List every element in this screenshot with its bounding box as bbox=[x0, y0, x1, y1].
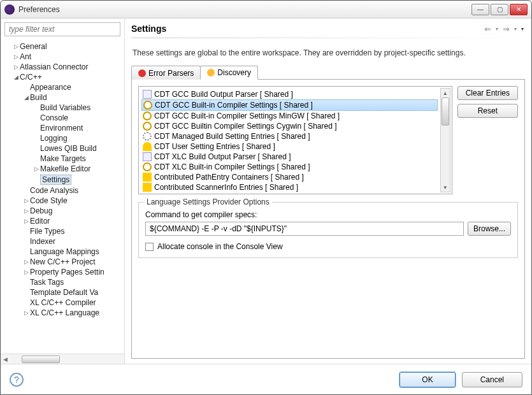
tree-item[interactable]: ▷Editor bbox=[1, 216, 124, 226]
provider-label: CDT GCC Built-in Compiler Settings MinGW… bbox=[154, 111, 340, 120]
tree-item[interactable]: Indexer bbox=[1, 236, 124, 247]
provider-label: CDT Managed Build Setting Entries [ Shar… bbox=[154, 132, 310, 141]
provider-item[interactable]: CDT GCC Built-in Compiler Settings [ Sha… bbox=[141, 99, 438, 111]
allocate-console-checkbox[interactable] bbox=[145, 243, 154, 251]
tree-item-label: Property Pages Settin bbox=[30, 268, 104, 276]
tree-item-label: Ant bbox=[20, 52, 31, 61]
tree-item-label: Appearance bbox=[30, 83, 71, 92]
tree-item[interactable]: ▷Makefile Editor bbox=[1, 164, 124, 174]
tree-item[interactable]: XL C/C++ Compiler bbox=[1, 298, 124, 308]
maximize-button[interactable]: ▢ bbox=[491, 4, 508, 15]
content-header: Settings ⇐▾ ⇒▾ ▾ bbox=[131, 24, 525, 34]
command-label: Command to get compiler specs: bbox=[145, 210, 511, 219]
tree-item[interactable]: Task Tags bbox=[1, 277, 124, 287]
tree-item-label: XL C/C++ Compiler bbox=[30, 298, 96, 307]
tree-item[interactable]: Environment bbox=[1, 123, 124, 133]
sidebar-h-scrollbar[interactable]: ◀ bbox=[1, 354, 124, 364]
tab-error-parsers[interactable]: Error Parsers bbox=[131, 66, 201, 80]
provider-item[interactable]: CDT XLC Build Output Parser [ Shared ] bbox=[141, 152, 438, 162]
clear-entries-button[interactable]: Clear Entries bbox=[457, 86, 518, 100]
dialog-footer: ? OK Cancel bbox=[1, 364, 531, 394]
sidebar: ▷General▷Ant▷Atlassian Connector◢C/C++Ap… bbox=[1, 18, 125, 364]
tree-item[interactable]: Appearance bbox=[1, 82, 124, 92]
discovery-tab-body: CDT GCC Build Output Parser [ Shared ]CD… bbox=[131, 80, 525, 359]
provider-item[interactable]: CDT GCC Builtin Compiler Settings Cygwin… bbox=[141, 121, 438, 131]
close-button[interactable]: ✕ bbox=[510, 4, 528, 15]
tree-item[interactable]: ▷Property Pages Settin bbox=[1, 267, 124, 277]
tree-item[interactable]: Console bbox=[1, 113, 124, 123]
window-buttons: — ▢ ✕ bbox=[471, 4, 528, 15]
chevron-down-icon[interactable]: ▾ bbox=[513, 26, 518, 32]
provider-item[interactable]: CDT XLC Built-in Compiler Settings [ Sha… bbox=[141, 162, 438, 172]
provider-item[interactable]: CDT GCC Build Output Parser [ Shared ] bbox=[141, 89, 438, 99]
tree-arrow-icon: ▷ bbox=[22, 310, 30, 316]
tree-item[interactable]: Make Targets bbox=[1, 154, 124, 164]
minimize-button[interactable]: — bbox=[471, 4, 489, 15]
allocate-console-label: Allocate console in the Console View bbox=[157, 242, 283, 251]
cancel-button[interactable]: Cancel bbox=[462, 372, 522, 387]
tree-item-label: Code Style bbox=[30, 196, 68, 205]
page-title: Settings bbox=[131, 24, 483, 34]
command-input[interactable] bbox=[145, 222, 464, 236]
provider-item[interactable]: CDT Managed Build Setting Entries [ Shar… bbox=[141, 131, 438, 141]
tree-item[interactable]: Code Analysis bbox=[1, 185, 124, 196]
provider-item[interactable]: Contributed ScannerInfo Entries [ Shared… bbox=[141, 182, 438, 192]
tree-item-label: Build bbox=[30, 93, 47, 102]
tree-arrow-icon: ▷ bbox=[12, 54, 20, 60]
nav-forward-icon[interactable]: ⇒ bbox=[501, 24, 511, 34]
tree-item[interactable]: ▷Atlassian Connector bbox=[1, 62, 124, 72]
tree-item-label: Lowes QIB Build bbox=[40, 144, 97, 153]
tree-item-label: C/C++ bbox=[20, 73, 42, 82]
tree-item[interactable]: Lowes QIB Build bbox=[1, 143, 124, 154]
provider-label: CDT User Setting Entries [ Shared ] bbox=[154, 142, 275, 151]
tree-item-label: Debug bbox=[30, 206, 52, 215]
providers-list[interactable]: CDT GCC Build Output Parser [ Shared ]CD… bbox=[138, 86, 452, 194]
filter-input[interactable] bbox=[4, 22, 120, 36]
tab-discovery[interactable]: Discovery bbox=[200, 66, 258, 80]
tree-item[interactable]: ◢C/C++ bbox=[1, 72, 124, 82]
sidebar-tree-scroll[interactable]: ▷General▷Ant▷Atlassian Connector◢C/C++Ap… bbox=[1, 40, 124, 354]
tree-item-label: Make Targets bbox=[40, 154, 86, 163]
ok-button[interactable]: OK bbox=[399, 372, 455, 387]
provider-options-group: Language Settings Provider Options Comma… bbox=[138, 202, 518, 258]
tree-item[interactable]: ▷Code Style bbox=[1, 196, 124, 206]
content-pane: Settings ⇐▾ ⇒▾ ▾ These settings are glob… bbox=[125, 18, 531, 364]
divider bbox=[131, 38, 525, 38]
chevron-down-icon[interactable]: ▾ bbox=[494, 26, 500, 32]
tree-item[interactable]: ▷Debug bbox=[1, 206, 124, 216]
provider-item[interactable]: CDT User Setting Entries [ Shared ] bbox=[141, 141, 438, 152]
tree-item[interactable]: ▷General bbox=[1, 41, 124, 52]
provider-item[interactable]: Contributed PathEntry Containers [ Share… bbox=[141, 172, 438, 182]
provider-icon bbox=[143, 101, 152, 110]
help-icon[interactable]: ? bbox=[10, 373, 24, 387]
provider-label: CDT GCC Builtin Compiler Settings Cygwin… bbox=[154, 122, 337, 131]
error-icon bbox=[138, 69, 146, 77]
provider-label: Contributed ScannerInfo Entries [ Shared… bbox=[154, 183, 298, 192]
provider-item[interactable]: CDT GCC Built-in Compiler Settings MinGW… bbox=[141, 111, 438, 121]
provider-label: Contributed PathEntry Containers [ Share… bbox=[154, 173, 304, 182]
provider-icon bbox=[143, 132, 152, 141]
tree-item[interactable]: ▷Ant bbox=[1, 52, 124, 62]
provider-icon bbox=[143, 152, 152, 161]
providers-scrollbar[interactable]: ▲ ▼ bbox=[440, 88, 450, 192]
app-icon bbox=[4, 4, 15, 15]
tree-item[interactable]: Language Mappings bbox=[1, 247, 124, 257]
provider-label: CDT GCC Build Output Parser [ Shared ] bbox=[154, 90, 293, 99]
tree-item[interactable]: File Types bbox=[1, 226, 124, 236]
tree-item[interactable]: ▷XL C/C++ Language bbox=[1, 308, 124, 318]
browse-button[interactable]: Browse... bbox=[468, 222, 511, 236]
tree-item[interactable]: ◢Build bbox=[1, 92, 124, 103]
tree-item[interactable]: Logging bbox=[1, 133, 124, 143]
tree-item[interactable]: Settings bbox=[1, 174, 124, 185]
tree-item-label: Template Default Va bbox=[30, 288, 98, 297]
menu-dropdown-icon[interactable]: ▾ bbox=[520, 26, 525, 32]
nav-back-icon[interactable]: ⇐ bbox=[483, 24, 492, 34]
tree-arrow-icon: ▷ bbox=[12, 43, 20, 50]
tree-item[interactable]: Template Default Va bbox=[1, 287, 124, 298]
tree-item-label: Settings bbox=[40, 175, 71, 185]
tree-item[interactable]: ▷New C/C++ Project bbox=[1, 257, 124, 267]
tree-item-label: Logging bbox=[40, 134, 68, 143]
tree-item[interactable]: Build Variables bbox=[1, 103, 124, 113]
provider-icon bbox=[143, 183, 152, 192]
reset-button[interactable]: Reset bbox=[457, 104, 518, 118]
